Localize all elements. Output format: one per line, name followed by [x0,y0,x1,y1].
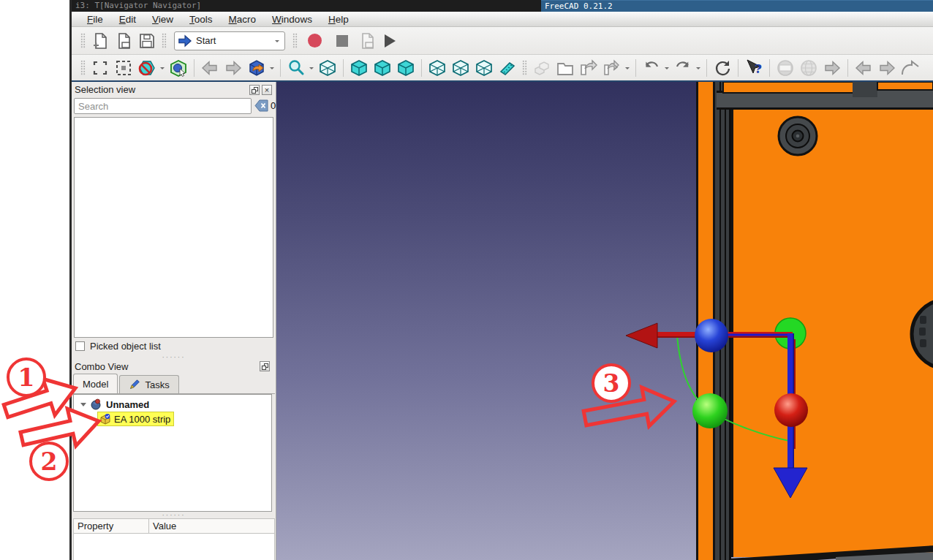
nav-left-icon[interactable] [854,58,873,77]
open-macro-dialog-icon[interactable] [358,31,377,50]
new-document-icon[interactable] [91,31,110,50]
combo-view-title: Combo View [75,361,128,372]
web-page-icon[interactable] [776,58,795,77]
chevron-down-icon[interactable] [624,58,630,77]
front-view-icon[interactable] [350,58,369,77]
execute-macro-icon[interactable] [385,34,396,48]
float-panel-button[interactable] [260,361,270,371]
picked-object-checkbox[interactable] [75,341,85,351]
property-column-header[interactable]: Property [74,519,149,533]
highlighted-tree-item[interactable]: EA 1000 strip [98,412,173,425]
folder-icon[interactable] [556,58,575,77]
export-icon[interactable] [579,58,598,77]
dock-splitter[interactable]: ······ [72,355,276,360]
right-view-icon[interactable] [396,58,415,77]
workbench-selector-value: Start [192,35,273,46]
tab-tasks-label: Tasks [145,379,169,390]
axonometric-view-icon[interactable] [318,58,337,77]
part-feature-icon [99,413,111,425]
refresh-icon[interactable] [713,58,732,77]
freecad-document-icon [90,398,102,410]
screw-detail [779,117,817,155]
property-table-body[interactable] [73,534,275,560]
left-view-icon[interactable] [475,58,494,77]
green-sphere[interactable] [692,393,728,428]
annotation-circle-1: 1 [7,357,46,397]
start-arrow-icon [178,34,192,48]
blue-sphere[interactable] [695,319,728,352]
tasks-pencil-icon [129,379,140,390]
app-title: FreeCAD 0.21.2 [541,0,933,12]
freecad-window: i3: T[Navigator Navigator] FreeCAD 0.21.… [69,0,933,560]
tree-row-document[interactable]: Unnamed [74,397,271,412]
save-icon[interactable] [137,31,156,50]
toolbar-grip[interactable] [292,33,298,49]
selection-view-cube-icon[interactable] [169,58,188,77]
nav-right-icon[interactable] [877,58,896,77]
picked-object-label: Picked object list [90,341,161,352]
tree-row-part[interactable]: EA 1000 strip [74,412,271,426]
back-icon[interactable] [200,58,219,77]
undo-icon[interactable] [642,58,661,77]
property-table-header: Property Value [73,518,275,534]
browser-forward-icon[interactable] [823,58,842,77]
chevron-down-icon[interactable] [308,58,314,77]
draw-style-icon[interactable] [137,58,156,77]
workbench-selector[interactable]: Start [174,31,285,50]
menu-macro[interactable]: Macro [222,13,263,26]
record-macro-icon[interactable] [308,34,322,48]
redo-icon[interactable] [673,58,692,77]
clipped-toolbar-icon[interactable] [901,58,920,77]
menu-edit[interactable]: Edit [113,13,143,26]
toolbar-grip[interactable] [80,33,86,49]
chevron-down-icon[interactable] [695,58,701,77]
tab-tasks[interactable]: Tasks [119,375,178,393]
orange-panel-object[interactable] [696,82,933,560]
view-toolbar [72,55,933,82]
measure-icon[interactable] [498,58,517,77]
chevron-down-icon[interactable] [159,58,165,77]
menu-tools[interactable]: Tools [183,13,219,26]
zoom-icon[interactable] [287,58,306,77]
picked-object-row: Picked object list [75,341,161,352]
stop-macro-icon[interactable] [336,35,348,47]
menu-file[interactable]: File [80,13,110,26]
whats-this-icon[interactable] [744,58,763,77]
top-view-icon[interactable] [373,58,392,77]
value-column-header[interactable]: Value [149,519,274,533]
expander-open-icon[interactable] [80,403,86,406]
toolbar-grip[interactable] [80,60,86,76]
close-panel-button[interactable]: × [262,85,272,95]
3d-viewport[interactable] [276,82,933,560]
model-tree: Unnamed EA 1000 strip [73,394,272,512]
chevron-down-icon[interactable] [663,58,670,77]
fit-selection-icon[interactable] [114,58,133,77]
annotation-circle-2: 2 [29,442,69,481]
float-panel-button[interactable] [249,85,260,95]
red-sphere[interactable] [774,393,808,427]
menu-view[interactable]: View [146,13,180,26]
globe-icon[interactable] [799,58,818,77]
expander-closed-icon[interactable] [91,416,94,422]
link-navigate-icon[interactable] [247,58,266,77]
clear-search-icon[interactable] [254,99,268,112]
toolbar-grip[interactable] [522,60,527,76]
menu-help[interactable]: Help [322,13,355,26]
menu-windows[interactable]: Windows [265,13,319,26]
search-input[interactable] [74,98,252,114]
export-all-icon[interactable] [603,58,622,77]
chevron-down-icon[interactable] [268,58,275,77]
dock-splitter[interactable]: ······ [72,512,276,518]
tab-model[interactable]: Model [73,374,118,393]
open-document-icon[interactable] [114,31,133,50]
forward-icon[interactable] [224,58,243,77]
rear-view-icon[interactable] [428,58,447,77]
3d-scene [276,82,933,560]
fit-all-icon[interactable] [91,58,110,77]
bottom-view-icon[interactable] [451,58,470,77]
red-arrow-left[interactable] [626,323,657,348]
toolbar-grip[interactable] [162,33,167,49]
selection-list[interactable] [74,117,273,338]
annotation-number-1: 1 [18,363,35,392]
part-export-icon[interactable] [532,58,551,77]
